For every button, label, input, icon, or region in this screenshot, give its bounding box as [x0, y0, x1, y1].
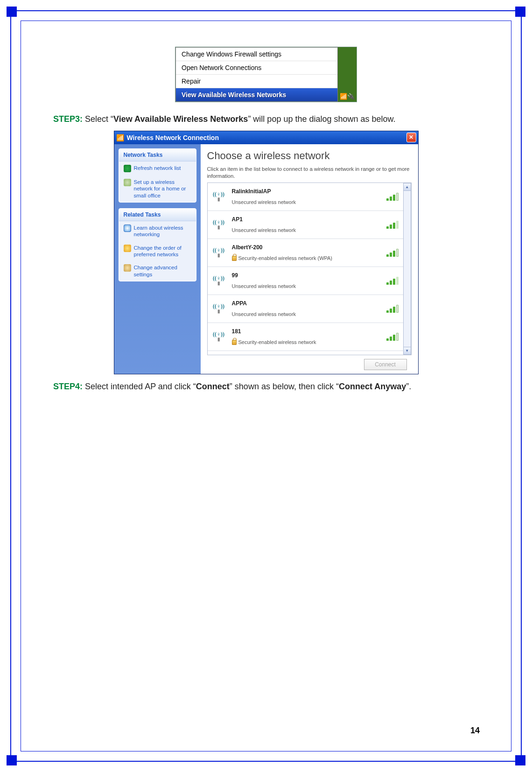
refresh-network-link[interactable]: Refresh network list — [119, 161, 196, 175]
systray-icons: 📶🔌 — [340, 93, 355, 100]
network-desc-text: Security-enabled wireless network — [238, 339, 316, 345]
close-button[interactable]: ✕ — [406, 133, 416, 142]
antenna-icon: ((♀))▮ — [210, 247, 227, 258]
setup-icon — [124, 179, 131, 186]
dialog-titlebar: 📶 Wireless Network Connection ✕ — [114, 131, 418, 144]
step4-label: STEP4: — [53, 382, 83, 391]
network-desc-text: Unsecured wireless network — [232, 227, 296, 233]
network-item[interactable]: ((♀))▮99Unsecured wireless network — [208, 267, 403, 295]
wireless-icon: 📶 — [116, 134, 124, 141]
network-desc: Unsecured wireless network — [232, 311, 382, 317]
step3-text: STEP3: Select “View Available Wireless N… — [53, 112, 479, 126]
refresh-network-label: Refresh network list — [134, 165, 181, 171]
step4-text: STEP4: Select intended AP and click “Con… — [53, 380, 479, 393]
antenna-icon: ((♀))▮ — [210, 275, 227, 286]
lock-icon — [232, 340, 237, 345]
antenna-icon: ((♀))▮ — [210, 219, 227, 230]
network-text: RalinkInitialAPUnsecured wireless networ… — [232, 188, 382, 205]
dialog-main: Choose a wireless network Click an item … — [201, 144, 418, 374]
step3-pre: Select “ — [83, 114, 113, 124]
context-menu-item-view-networks[interactable]: View Available Wireless Networks — [176, 88, 337, 101]
setup-network-label: Set up a wireless network for a home or … — [134, 179, 191, 199]
choose-network-heading: Choose a wireless network — [207, 150, 412, 162]
step4-bold1: Connect — [196, 382, 230, 391]
dialog-footer: Connect — [207, 355, 412, 374]
network-item[interactable]: ((♀))▮181Security-enabled wireless netwo… — [208, 323, 403, 351]
network-text: 99Unsecured wireless network — [232, 272, 382, 289]
related-tasks-box: Related Tasks Learn about wireless netwo… — [119, 208, 196, 281]
context-menu-item-firewall[interactable]: Change Windows Firewall settings — [176, 48, 337, 61]
scrollbar-track[interactable] — [403, 191, 411, 347]
wireless-connection-dialog: 📶 Wireless Network Connection ✕ Network … — [114, 131, 419, 374]
network-name: RalinkInitialAP — [232, 188, 382, 195]
network-name: AP1 — [232, 216, 382, 223]
lock-icon — [232, 256, 237, 261]
context-menu-item-open-connections[interactable]: Open Network Connections — [176, 61, 337, 75]
setup-network-link[interactable]: Set up a wireless network for a home or … — [119, 175, 196, 202]
connect-button[interactable]: Connect — [364, 359, 407, 370]
signal-strength-icon — [386, 332, 399, 341]
star-icon — [124, 245, 131, 252]
dialog-body: Network Tasks Refresh network list Set u… — [114, 144, 418, 374]
step3-bold: View Available Wireless Networks — [113, 114, 248, 124]
advanced-link[interactable]: Change advanced settings — [119, 261, 196, 281]
tray-context-menu-area: Change Windows Firewall settings Open Ne… — [175, 47, 357, 102]
signal-strength-icon — [386, 220, 399, 229]
network-desc: Unsecured wireless network — [232, 199, 382, 205]
order-label: Change the order of preferred networks — [134, 245, 191, 258]
step4-bold2: Connect Anyway — [339, 382, 406, 391]
network-desc-text: Unsecured wireless network — [232, 283, 296, 289]
step4-pre: Select intended AP and click “ — [83, 382, 196, 391]
gear-icon — [124, 264, 131, 272]
signal-strength-icon — [386, 276, 399, 285]
step4-post: ”. — [406, 382, 411, 391]
choose-network-subtext: Click an item in the list below to conne… — [207, 166, 412, 180]
scroll-down-button[interactable]: ▾ — [403, 347, 411, 355]
antenna-icon: ((♀))▮ — [210, 303, 227, 314]
network-text: AP1Unsecured wireless network — [232, 216, 382, 233]
network-item[interactable]: ((♀))▮AlbertY-200Security-enabled wirele… — [208, 239, 403, 267]
signal-strength-icon — [386, 248, 399, 257]
dialog-sidebar: Network Tasks Refresh network list Set u… — [114, 144, 201, 374]
network-name: 181 — [232, 328, 382, 335]
antenna-icon: ((♀))▮ — [210, 191, 227, 202]
step3-post: ” will pop up the dialog shown as below. — [248, 114, 395, 124]
network-text: AlbertY-200Security-enabled wireless net… — [232, 244, 382, 261]
signal-strength-icon — [386, 304, 399, 313]
step3-label: STEP3: — [53, 114, 83, 124]
network-name: APPA — [232, 300, 382, 307]
scroll-up-button[interactable]: ▴ — [403, 183, 411, 191]
network-desc-text: Unsecured wireless network — [232, 311, 296, 317]
related-tasks-heading: Related Tasks — [119, 209, 196, 221]
network-item[interactable]: ((♀))▮APPAUnsecured wireless network — [208, 295, 403, 323]
learn-link[interactable]: Learn about wireless networking — [119, 221, 196, 241]
network-tasks-box: Network Tasks Refresh network list Set u… — [119, 148, 196, 203]
page-content: Change Windows Firewall settings Open Ne… — [28, 28, 504, 744]
network-desc: Security-enabled wireless network — [232, 339, 382, 345]
network-tasks-heading: Network Tasks — [119, 149, 196, 161]
network-list: ▴ ▾ ((♀))▮RalinkInitialAPUnsecured wirel… — [207, 182, 412, 355]
order-link[interactable]: Change the order of preferred networks — [119, 241, 196, 261]
context-menu-item-repair[interactable]: Repair — [176, 75, 337, 88]
refresh-icon — [124, 165, 131, 172]
advanced-label: Change advanced settings — [134, 264, 191, 278]
network-desc: Unsecured wireless network — [232, 227, 382, 233]
network-desc-text: Unsecured wireless network — [232, 199, 296, 205]
network-desc-text: Security-enabled wireless network (WPA) — [238, 255, 333, 261]
learn-label: Learn about wireless networking — [134, 225, 191, 238]
network-name: 99 — [232, 272, 382, 279]
network-desc: Security-enabled wireless network (WPA) — [232, 255, 382, 261]
context-menu: Change Windows Firewall settings Open Ne… — [175, 47, 338, 102]
signal-strength-icon — [386, 192, 399, 201]
network-name: AlbertY-200 — [232, 244, 382, 251]
dialog-title: Wireless Network Connection — [127, 134, 219, 141]
page-number: 14 — [470, 726, 480, 736]
network-item[interactable]: ((♀))▮RalinkInitialAPUnsecured wireless … — [208, 183, 403, 211]
info-icon — [124, 225, 131, 232]
network-desc: Unsecured wireless network — [232, 283, 382, 289]
network-text: APPAUnsecured wireless network — [232, 300, 382, 317]
network-text: 181Security-enabled wireless network — [232, 328, 382, 345]
step4-mid: ” shown as below, then click “ — [230, 382, 339, 391]
network-item[interactable]: ((♀))▮AP1Unsecured wireless network — [208, 211, 403, 239]
antenna-icon: ((♀))▮ — [210, 331, 227, 342]
